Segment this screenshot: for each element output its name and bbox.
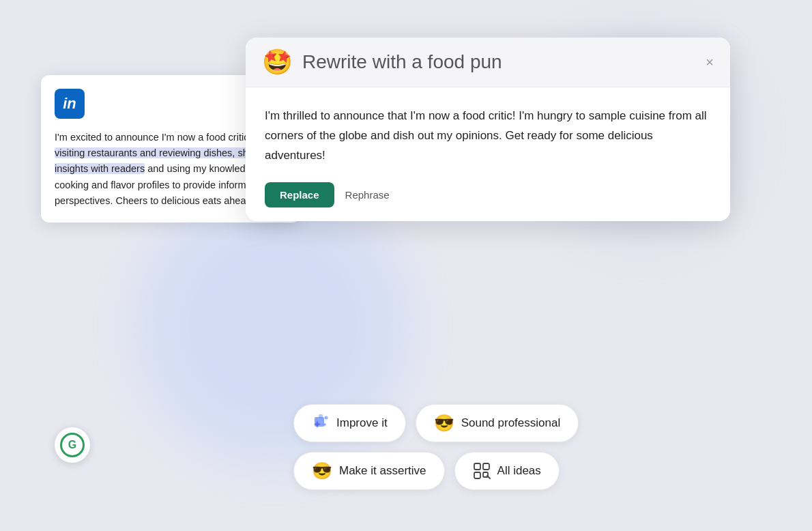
svg-rect-5 [474, 472, 480, 478]
grammarly-g-icon: G [60, 433, 85, 457]
svg-rect-0 [315, 417, 324, 427]
svg-rect-1 [319, 414, 323, 418]
grammarly-badge[interactable]: G [55, 427, 90, 463]
suggestions-row-2: 😎 Make it assertive All ideas [293, 452, 579, 490]
rephrase-button[interactable]: Rephrase [345, 189, 390, 201]
replace-button[interactable]: Replace [265, 182, 334, 207]
all-ideas-icon [473, 462, 491, 480]
linkedin-logo: in [55, 89, 85, 119]
make-assertive-label: Make it assertive [339, 464, 426, 478]
prompt-text: Rewrite with a food pun [302, 51, 502, 73]
improve-it-label: Improve it [336, 416, 388, 430]
rewrite-panel: 🤩 Rewrite with a food pun × I'm thrilled… [246, 38, 730, 221]
rewrite-content: I'm thrilled to announce that I'm now a … [265, 106, 711, 166]
improve-it-button[interactable]: Improve it [293, 404, 406, 442]
action-row: Replace Rephrase [265, 182, 711, 207]
prompt-emoji: 🤩 [262, 50, 293, 74]
sound-professional-button[interactable]: 😎 Sound professional [416, 404, 579, 442]
svg-rect-3 [474, 463, 480, 470]
suggestions-area: Improve it 😎 Sound professional 😎 Make i… [293, 404, 579, 490]
sound-professional-emoji: 😎 [434, 415, 454, 431]
panel-body: I'm thrilled to announce that I'm now a … [246, 87, 730, 221]
panel-prompt-header: 🤩 Rewrite with a food pun × [246, 38, 730, 87]
all-ideas-button[interactable]: All ideas [454, 452, 560, 490]
sparkle-icon [312, 414, 330, 432]
svg-rect-4 [483, 463, 489, 470]
suggestions-row-1: Improve it 😎 Sound professional [293, 404, 579, 442]
make-assertive-button[interactable]: 😎 Make it assertive [293, 452, 445, 490]
make-assertive-emoji: 😎 [312, 463, 332, 479]
svg-point-2 [325, 416, 328, 420]
close-button[interactable]: × [706, 55, 714, 69]
all-ideas-label: All ideas [497, 464, 541, 478]
sound-professional-label: Sound professional [461, 416, 561, 430]
